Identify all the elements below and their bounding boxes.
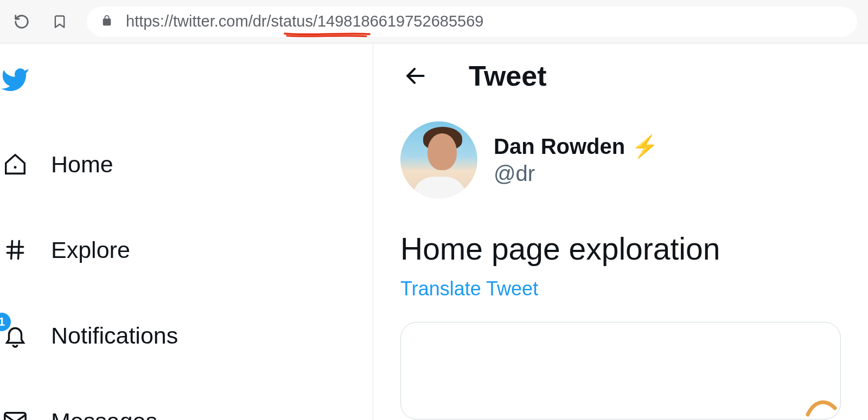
sidebar-item-notifications[interactable]: 1 Notifications — [0, 317, 373, 354]
translate-link[interactable]: Translate Tweet — [400, 277, 538, 300]
annotation-underline — [284, 31, 371, 38]
browser-toolbar: https://twitter.com/dr/status/1498186619… — [0, 0, 868, 43]
media-scribble — [802, 392, 840, 419]
url-bar[interactable]: https://twitter.com/dr/status/1498186619… — [87, 7, 857, 37]
tweet-author-row[interactable]: Dan Rowden ⚡ @dr — [400, 121, 841, 198]
bell-icon: 1 — [0, 320, 30, 351]
avatar[interactable] — [400, 121, 477, 198]
sidebar-item-label: Notifications — [51, 322, 178, 349]
tweet-header: Tweet — [400, 60, 841, 92]
svg-point-0 — [14, 166, 17, 169]
tweet-media[interactable] — [400, 322, 841, 419]
page-title: Tweet — [469, 60, 547, 92]
hash-icon — [0, 235, 30, 265]
lightning-icon: ⚡ — [631, 134, 659, 159]
url-text: https://twitter.com/dr/status/1498186619… — [126, 12, 483, 30]
author-handle: @dr — [494, 161, 659, 186]
svg-line-3 — [11, 241, 12, 259]
sidebar-item-explore[interactable]: Explore — [0, 231, 373, 268]
envelope-icon — [0, 406, 30, 420]
sidebar-item-messages[interactable]: Messages — [0, 403, 373, 420]
sidebar-item-label: Explore — [51, 237, 130, 263]
bookmark-icon[interactable] — [49, 11, 71, 33]
sidebar-item-label: Messages — [51, 408, 157, 421]
svg-line-4 — [18, 241, 20, 259]
sidebar: Home Explore 1 Notifications — [0, 43, 373, 420]
lock-icon — [101, 12, 113, 30]
back-button[interactable] — [400, 61, 431, 91]
main-column: Tweet Dan Rowden ⚡ @dr Home page explora… — [373, 43, 868, 420]
reload-icon[interactable] — [11, 11, 33, 33]
twitter-logo[interactable] — [0, 65, 373, 97]
sidebar-item-home[interactable]: Home — [0, 146, 373, 183]
home-icon — [0, 149, 30, 179]
author-name: Dan Rowden — [494, 134, 625, 159]
tweet-text: Home page exploration — [400, 231, 841, 267]
sidebar-item-label: Home — [51, 151, 113, 178]
